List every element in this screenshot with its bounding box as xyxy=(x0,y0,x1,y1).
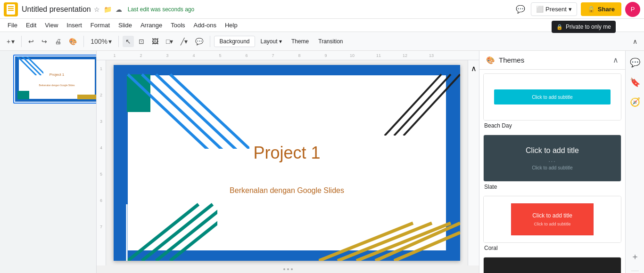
menu-tools[interactable]: Tools xyxy=(167,20,189,30)
comments-button[interactable]: 💬 xyxy=(514,3,527,16)
svg-line-12 xyxy=(142,204,213,261)
slides-panel: 1 xyxy=(0,51,97,273)
toolbar-separator-2 xyxy=(83,36,84,47)
svg-rect-3 xyxy=(127,73,249,149)
slide-title-text[interactable]: Project 1 xyxy=(253,143,320,163)
slate-dots: ... xyxy=(548,157,556,163)
theme-label-slate: Slate xyxy=(483,184,621,190)
svg-line-0 xyxy=(17,56,36,75)
present-dropdown-arrow: ▾ xyxy=(569,6,572,13)
svg-line-16 xyxy=(319,223,413,261)
dark-stripes-topright xyxy=(342,65,460,136)
add-slide-button[interactable]: +▾ xyxy=(4,36,17,47)
menu-insert[interactable]: Insert xyxy=(63,20,86,30)
slide-subtitle-text[interactable]: Berkenalan dengan Google Slides xyxy=(230,186,344,195)
slate-subtitle-preview: Click to add subtitle xyxy=(532,165,573,170)
slide-thumbnail-1[interactable]: Project 1 Berkenalan dengan Google Slide… xyxy=(13,55,97,104)
menu-file[interactable]: File xyxy=(4,20,21,30)
app-logo xyxy=(4,2,18,16)
redo-button[interactable]: ↪ xyxy=(39,36,50,47)
slide-canvas[interactable]: Project 1 Berkenalan dengan Google Slide… xyxy=(114,65,460,261)
menu-slide[interactable]: Slide xyxy=(115,20,136,30)
svg-line-2 xyxy=(27,56,43,75)
ruler-left: 1 2 3 4 5 6 7 xyxy=(97,60,106,265)
blue-stripes-topleft xyxy=(114,65,255,150)
last-edit-status: Last edit was seconds ago xyxy=(128,6,514,13)
theme-button[interactable]: Theme xyxy=(288,36,313,47)
svg-line-9 xyxy=(394,74,451,136)
theme-item-dark[interactable] xyxy=(483,257,621,273)
zoom-button[interactable]: 100%▾ xyxy=(88,36,115,47)
notes-icon[interactable]: 💬 xyxy=(627,55,643,71)
star-icon[interactable]: ☆ xyxy=(94,6,100,13)
folder-icon[interactable]: 📁 xyxy=(104,6,112,13)
menu-arrange[interactable]: Arrange xyxy=(137,20,166,30)
shapes-button[interactable]: □▾ xyxy=(163,36,176,47)
palette-icon: 🎨 xyxy=(486,56,495,64)
layout-button[interactable]: Layout ▾ xyxy=(257,36,286,47)
panel-collapse-button[interactable]: ∧ xyxy=(468,60,479,265)
side-divider xyxy=(631,271,639,271)
mini-slide-subtitle: Berkenalan dengan Google Slides xyxy=(39,84,75,87)
menu-edit[interactable]: Edit xyxy=(22,20,40,30)
coral-box-preview: Click to add title Click to add subtitle xyxy=(511,203,594,236)
svg-line-1 xyxy=(22,56,41,75)
ruler-top: 1 2 3 4 5 6 7 8 9 10 11 xyxy=(97,51,479,60)
text-box-button[interactable]: ⊡ xyxy=(136,36,147,47)
compass-icon[interactable]: 🧭 xyxy=(627,94,643,110)
menu-view[interactable]: View xyxy=(41,20,62,30)
toolbar-separator-3 xyxy=(118,36,119,47)
teal-stripes-bottomleft xyxy=(114,195,217,261)
toolbar-separator-4 xyxy=(210,36,210,47)
themes-close-button[interactable]: ∧ xyxy=(613,56,619,64)
theme-item-beach-day[interactable]: Click to add subtitle Beach Day xyxy=(483,73,621,129)
share-button[interactable]: 🔒 Share xyxy=(581,2,621,16)
add-panel-icon[interactable]: ＋ xyxy=(628,248,642,265)
private-tooltip: Private to only me xyxy=(552,21,616,33)
menu-help[interactable]: Help xyxy=(221,20,241,30)
right-side-panel: 💬 🔖 🧭 ＋ xyxy=(625,51,644,273)
gold-stripes-bottomright xyxy=(319,214,460,261)
beach-subtitle-preview: Click to add subtitle xyxy=(494,89,611,104)
mini-slide-title: Project 1 xyxy=(50,72,65,77)
transition-button[interactable]: Transition xyxy=(314,36,347,47)
bottom-dots xyxy=(97,265,479,273)
bookmark-icon[interactable]: 🔖 xyxy=(627,74,643,90)
slate-title-preview: Click to add title xyxy=(526,146,579,155)
svg-line-11 xyxy=(128,204,198,261)
mini-corner-br xyxy=(77,95,96,99)
add-icon: + xyxy=(7,38,10,45)
mini-corner-bl xyxy=(17,91,29,99)
document-title[interactable]: Untitled presentation xyxy=(22,5,91,14)
themes-list: Click to add subtitle Beach Day Click to… xyxy=(479,70,625,273)
toolbar-collapse-button[interactable]: ∧ xyxy=(630,36,640,47)
present-screen-icon: ⬜ xyxy=(536,6,544,13)
toolbar-separator-1 xyxy=(21,36,22,47)
themes-panel-title: 🎨 Themes xyxy=(486,56,524,64)
mini-stripe-tl xyxy=(15,56,43,75)
paint-button[interactable]: 🎨 xyxy=(66,36,80,47)
theme-item-coral[interactable]: Click to add title Click to add subtitle… xyxy=(483,196,621,251)
line-button[interactable]: ╱▾ xyxy=(178,36,190,47)
background-button[interactable]: Background xyxy=(214,36,255,47)
menu-addons[interactable]: Add-ons xyxy=(190,20,220,30)
comment-button[interactable]: 💬 xyxy=(192,36,206,47)
cloud-icon[interactable]: ☁ xyxy=(116,6,122,13)
select-tool-button[interactable]: ↖ xyxy=(123,36,134,47)
present-button[interactable]: ⬜ Present ▾ xyxy=(531,2,577,16)
menu-format[interactable]: Format xyxy=(87,20,114,30)
themes-panel: 🎨 Themes ∧ Click to add subtitle Beach D… xyxy=(479,51,625,273)
theme-item-slate[interactable]: Click to add title ... Click to add subt… xyxy=(483,135,621,190)
print-button[interactable]: 🖨 xyxy=(52,36,64,47)
user-avatar[interactable]: P xyxy=(625,2,640,17)
undo-button[interactable]: ↩ xyxy=(25,36,37,47)
slide-canvas-container: Project 1 Berkenalan dengan Google Slide… xyxy=(106,60,468,265)
lock-icon: 🔒 xyxy=(587,6,595,13)
theme-label-beach-day: Beach Day xyxy=(483,122,621,129)
image-button[interactable]: 🖼 xyxy=(149,36,161,47)
theme-label-coral: Coral xyxy=(483,245,621,251)
